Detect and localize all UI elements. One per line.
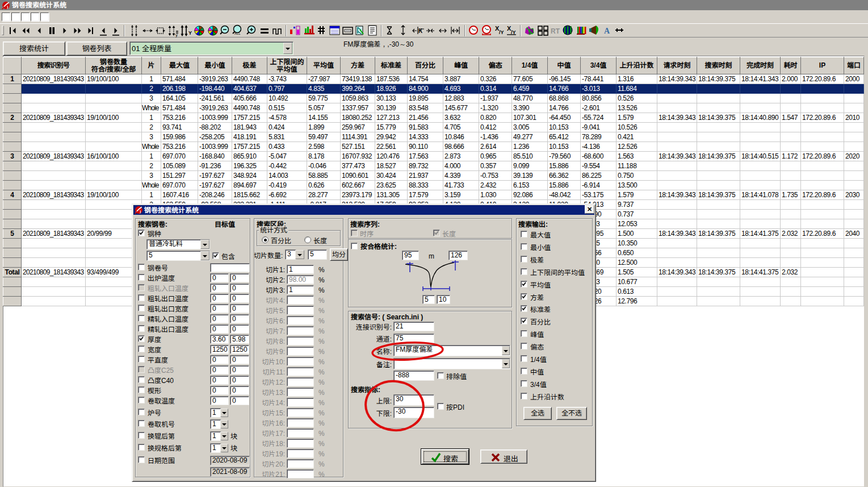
svg-text:K: K [418,28,423,34]
svg-text:RT: RT [551,27,560,35]
svg-text:y: y [175,32,178,38]
svg-text:A: A [604,27,610,35]
svg-text:ALL: ALL [234,32,241,35]
svg-text:Y: Y [188,30,192,36]
svg-text:/Y: /Y [499,30,504,35]
